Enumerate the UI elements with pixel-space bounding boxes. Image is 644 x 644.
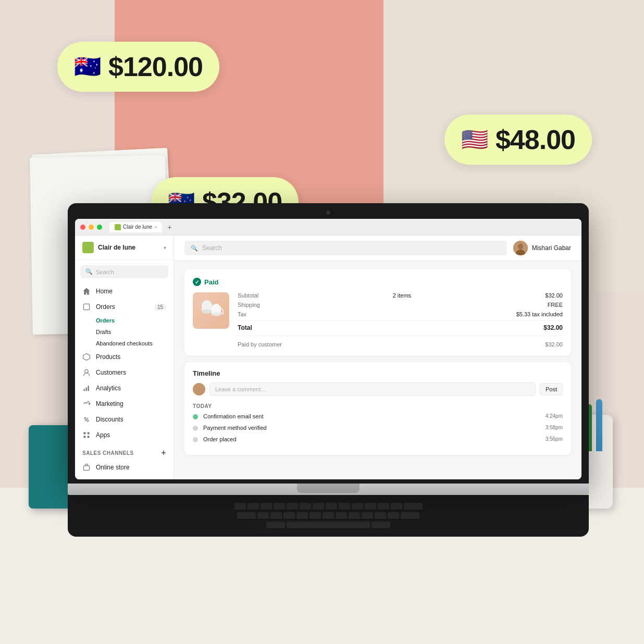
comment-input[interactable]: Leave a comment... <box>209 382 536 396</box>
sidebar-item-discounts[interactable]: Discounts <box>75 412 174 427</box>
topbar-user-area: Mishari Gabar <box>513 241 571 255</box>
timeline-dot-1 <box>193 426 198 431</box>
svg-rect-2 <box>83 389 84 391</box>
orders-badge: 15 <box>154 304 166 311</box>
key-spacebar <box>287 522 370 529</box>
customers-icon <box>82 368 91 377</box>
timeline-event-2: Order placed 3:56pm <box>193 436 563 442</box>
key <box>300 503 311 510</box>
order-line-items: Subtotal 2 items $32.00 Shipping FREE <box>238 292 563 348</box>
order-area: ✓ Paid <box>174 261 581 463</box>
sidebar-item-home[interactable]: Home <box>75 283 174 299</box>
sidebar-item-marketing[interactable]: Marketing <box>75 396 174 412</box>
sidebar-item-products[interactable]: Products <box>75 349 174 365</box>
key <box>326 503 337 510</box>
timeline-event-text-1: Payment method verified <box>203 425 540 431</box>
svg-point-15 <box>518 244 523 250</box>
topbar: 🔍 Search <box>174 236 581 261</box>
sidebar-item-analytics[interactable]: Analytics <box>75 380 174 396</box>
topbar-search-icon: 🔍 <box>191 245 198 252</box>
sidebar-item-drafts[interactable]: Drafts <box>75 326 174 338</box>
sidebar: Clair de lune ▾ 🔍 Search Home Ord <box>75 236 174 479</box>
traffic-light-red[interactable] <box>80 225 85 230</box>
key <box>247 503 259 510</box>
key-backspace <box>404 503 423 510</box>
sidebar-item-products-label: Products <box>96 353 120 361</box>
laptop: Clair de lune × + Clair de lune ▾ 🔍 <box>68 203 589 537</box>
svg-point-5 <box>89 403 90 404</box>
payment-row: Paid by customer $32.00 <box>238 336 563 348</box>
svg-point-1 <box>85 369 88 373</box>
svg-point-22 <box>212 313 221 316</box>
post-comment-button[interactable]: Post <box>540 383 563 395</box>
search-placeholder-text: Search <box>96 269 114 275</box>
total-label: Total <box>238 324 252 331</box>
product-image <box>195 295 227 326</box>
traffic-light-yellow[interactable] <box>89 225 94 230</box>
timeline-day-label: TODAY <box>193 403 563 409</box>
key <box>257 512 269 519</box>
svg-rect-9 <box>88 432 90 434</box>
price-bubble-australia: 🇦🇺 $120.00 <box>57 42 219 92</box>
keyboard-row-1 <box>234 503 423 510</box>
svg-rect-10 <box>83 436 85 438</box>
timeline-dot-2 <box>193 437 198 442</box>
comment-avatar <box>193 383 205 395</box>
laptop-trackpad <box>297 484 360 493</box>
order-detail-row: Subtotal 2 items $32.00 Shipping FREE <box>193 292 563 348</box>
sidebar-item-pos[interactable]: Point of sale <box>75 475 174 479</box>
key <box>339 503 350 510</box>
browser-tab[interactable]: Clair de lune × <box>109 222 162 232</box>
timeline-event-time-1: 3:58pm <box>546 425 563 430</box>
sidebar-item-apps[interactable]: Apps <box>75 427 174 443</box>
key <box>378 503 389 510</box>
key <box>270 512 282 519</box>
sidebar-item-online-store-label: Online store <box>96 464 130 471</box>
traffic-light-green[interactable] <box>97 225 102 230</box>
timeline-section: Timeline Leave a comment... Post TODAY C… <box>184 362 571 455</box>
laptop-screen: Clair de lune × + Clair de lune ▾ 🔍 <box>75 219 581 479</box>
key <box>313 503 324 510</box>
user-avatar <box>513 241 528 255</box>
add-sales-channel-button[interactable]: + <box>161 448 166 457</box>
sidebar-item-orders[interactable]: Orders 15 <box>75 299 174 315</box>
tax-row: Tax $5.33 tax included <box>238 311 563 317</box>
sidebar-item-orders-sub[interactable]: Orders <box>75 315 174 326</box>
product-thumbnail <box>193 292 229 329</box>
shipping-row: Shipping FREE <box>238 302 563 308</box>
tab-close-button[interactable]: × <box>154 225 157 230</box>
sidebar-item-customers[interactable]: Customers <box>75 365 174 380</box>
store-chevron-icon[interactable]: ▾ <box>164 245 166 251</box>
key <box>391 503 402 510</box>
sidebar-item-abandoned-checkouts[interactable]: Abandoned checkouts <box>75 338 174 349</box>
australia-flag-icon: 🇦🇺 <box>74 56 101 78</box>
sidebar-item-drafts-label: Drafts <box>96 329 111 335</box>
key <box>362 512 373 519</box>
paid-status-icon: ✓ <box>193 278 201 286</box>
timeline-event-text-0: Confirmation email sent <box>203 413 540 419</box>
total-row: Total $32.00 <box>238 320 563 331</box>
key <box>349 512 360 519</box>
browser-chrome: Clair de lune × + <box>75 219 581 236</box>
topbar-search-bar[interactable]: 🔍 Search <box>184 241 507 255</box>
store-name-label: Clair de lune <box>98 244 164 251</box>
key <box>287 503 298 510</box>
browser-content: Clair de lune ▾ 🔍 Search Home Ord <box>75 236 581 479</box>
svg-rect-4 <box>88 386 89 391</box>
timeline-event-time-2: 3:56pm <box>546 436 563 442</box>
sidebar-item-online-store[interactable]: Online store <box>75 460 174 475</box>
key <box>274 503 285 510</box>
payment-label: Paid by customer <box>238 341 282 348</box>
user-name-label: Mishari Gabar <box>532 244 571 252</box>
laptop-keyboard <box>68 495 589 537</box>
search-icon: 🔍 <box>85 268 93 275</box>
paid-badge: ✓ Paid <box>193 278 563 286</box>
sidebar-search[interactable]: 🔍 Search <box>80 265 168 278</box>
key <box>309 512 321 519</box>
new-tab-button[interactable]: + <box>167 223 171 231</box>
key-enter <box>401 512 419 519</box>
svg-rect-8 <box>83 432 85 434</box>
svg-point-6 <box>84 417 86 419</box>
tab-label: Clair de lune <box>123 224 152 230</box>
shopify-favicon <box>115 224 121 230</box>
